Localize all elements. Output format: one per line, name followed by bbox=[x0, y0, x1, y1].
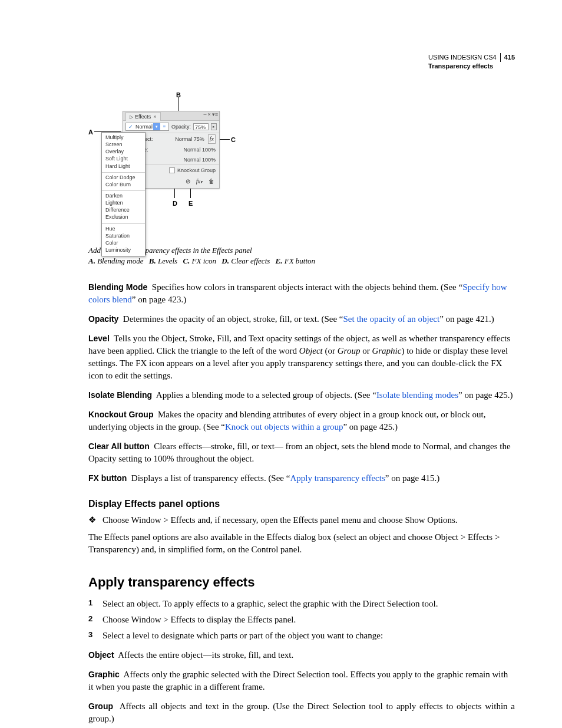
blend-mode-option[interactable]: Multiply bbox=[105, 134, 141, 141]
def-clear-all-button: Clear All button Clears effects—stroke, … bbox=[88, 440, 515, 465]
running-header: USING INDESIGN CS4415 Transparency effec… bbox=[428, 53, 515, 71]
fx-button-icon[interactable]: fx▾ bbox=[196, 177, 203, 186]
blend-mode-option[interactable]: Darken bbox=[105, 192, 141, 199]
body-text: Affects the entire object—its stroke, fi… bbox=[118, 650, 293, 660]
term: FX button bbox=[88, 473, 127, 483]
def-group-level: Group Affects all objects and text in th… bbox=[88, 700, 515, 725]
blend-mode-option[interactable]: Exclusion bbox=[105, 213, 141, 220]
effects-panel-figure: A B C D E ▷Effects× – × ▾≡ bbox=[88, 88, 515, 242]
body-text: Determines the opacity of an object, str… bbox=[123, 314, 343, 324]
close-panel-icon[interactable]: × bbox=[207, 112, 210, 117]
opacity-input[interactable]: 75% bbox=[193, 123, 209, 130]
blend-mode-option[interactable]: Saturation bbox=[105, 232, 141, 239]
step-text: Choose Window > Effects to display the E… bbox=[103, 614, 296, 626]
blend-mode-select[interactable]: ✓ Normal ▾ ≡ bbox=[125, 123, 169, 131]
panel-tab-bar: ▷Effects× – × ▾≡ bbox=[123, 111, 219, 121]
step-3: 3 Select a level to designate which part… bbox=[88, 630, 515, 642]
link-isolate-blending-modes[interactable]: Isolate blending modes bbox=[376, 390, 458, 400]
italic-text: Group bbox=[338, 346, 361, 355]
level-value: Normal 100% bbox=[183, 156, 216, 164]
caption-key-b: B. bbox=[149, 256, 156, 265]
body-text: Applies a blending mode to a selected gr… bbox=[156, 390, 376, 400]
flyout-menu-icon[interactable]: ▾≡ bbox=[212, 112, 218, 117]
tab-label: Effects bbox=[135, 114, 151, 120]
def-isolate-blending: Isolate Blending Applies a blending mode… bbox=[88, 389, 515, 401]
term: Group bbox=[88, 701, 113, 711]
clear-effects-icon[interactable]: ⊘ bbox=[186, 177, 190, 186]
body-text: Clears effects—stroke, fill, or text— fr… bbox=[88, 442, 511, 463]
term: Object bbox=[88, 650, 114, 660]
blend-mode-option[interactable]: Screen bbox=[105, 141, 141, 148]
step-text: Select a level to designate which parts … bbox=[103, 630, 383, 642]
leader-line bbox=[219, 139, 230, 140]
blend-mode-option[interactable]: Color bbox=[105, 239, 141, 246]
bullet-item: ❖ Choose Window > Effects and, if necess… bbox=[88, 514, 515, 526]
blend-mode-option[interactable]: Luminosity bbox=[105, 246, 141, 253]
term: Graphic bbox=[88, 670, 120, 679]
def-object-level: Object Affects the entire object—its str… bbox=[88, 649, 515, 661]
heading-display-effects-options: Display Effects panel options bbox=[88, 498, 515, 510]
effects-tab[interactable]: ▷Effects× bbox=[125, 112, 161, 121]
close-icon[interactable]: × bbox=[153, 114, 156, 120]
link-apply-transparency-effects[interactable]: Apply transparency effects bbox=[290, 473, 385, 483]
term: Knockout Group bbox=[88, 410, 153, 419]
bullet-icon: ❖ bbox=[88, 514, 97, 526]
blend-mode-option[interactable]: Lighten bbox=[105, 199, 141, 206]
term: Blending Mode bbox=[88, 282, 147, 292]
body-text: (or bbox=[323, 346, 338, 355]
level-value: Normal 75% bbox=[175, 136, 204, 143]
trash-icon[interactable]: 🗑 bbox=[209, 177, 214, 186]
blend-mode-option[interactable]: Color Burn bbox=[105, 181, 141, 188]
annotation-a: A bbox=[88, 128, 93, 137]
caption-key-d: D. bbox=[222, 256, 229, 265]
caption-key-e-text: FX button bbox=[285, 256, 315, 265]
annotation-d: D bbox=[173, 199, 177, 208]
blend-mode-option[interactable]: Color Dodge bbox=[105, 174, 141, 181]
blend-mode-option[interactable]: Difference bbox=[105, 206, 141, 213]
caption-key-a-text: Blending mode bbox=[97, 256, 143, 265]
caption-line1: Add and edit transparency effects in the… bbox=[88, 245, 515, 256]
def-knockout-group: Knockout Group Makes the opacity and ble… bbox=[88, 409, 515, 433]
opacity-label: Opacity: bbox=[171, 123, 191, 131]
chapter-title: Transparency effects bbox=[428, 62, 515, 71]
italic-text: Object bbox=[299, 346, 323, 355]
caption-key-b-text: Levels bbox=[158, 256, 177, 265]
blend-mode-value: Normal bbox=[135, 123, 153, 131]
figure-caption: Add and edit transparency effects in the… bbox=[88, 245, 515, 266]
def-blending-mode: Blending Mode Specifies how colors in tr… bbox=[88, 281, 515, 306]
dropdown-bars-icon: ≡ bbox=[161, 123, 167, 130]
body-text: ” on page 425.) bbox=[458, 390, 513, 400]
blend-mode-option[interactable]: Overlay bbox=[105, 148, 141, 155]
body-text: or bbox=[360, 346, 372, 355]
blend-mode-option[interactable]: Hue bbox=[105, 225, 141, 232]
blend-mode-dropdown-list[interactable]: Multiply Screen Overlay Soft Light Hard … bbox=[101, 132, 146, 256]
link-knock-out-objects[interactable]: Knock out objects within a group bbox=[225, 422, 343, 431]
body-text: ” on page 423.) bbox=[132, 295, 186, 304]
body-para: The Effects panel options are also avail… bbox=[88, 531, 515, 556]
caption-key-a: A. bbox=[88, 256, 95, 265]
blend-mode-option[interactable]: Soft Light bbox=[105, 155, 141, 162]
caption-key-d-text: Clear effects bbox=[231, 256, 270, 265]
def-level: Level Tells you the Object, Stroke, Fill… bbox=[88, 332, 515, 382]
fx-icon[interactable]: fx bbox=[208, 134, 216, 144]
link-set-opacity-of-object[interactable]: Set the opacity of an object bbox=[343, 314, 439, 324]
knockout-group-checkbox[interactable] bbox=[169, 167, 175, 173]
def-fx-button: FX button Displays a list of transparenc… bbox=[88, 472, 515, 485]
def-opacity: Opacity Determines the opacity of an obj… bbox=[88, 313, 515, 325]
caption-key-e: E. bbox=[276, 256, 283, 265]
bullet-text: Choose Window > Effects and, if necessar… bbox=[103, 514, 458, 526]
term: Isolate Blending bbox=[88, 390, 152, 400]
step-number: 2 bbox=[88, 614, 97, 626]
disclosure-triangle-icon: ▷ bbox=[130, 114, 133, 120]
body-text: ” on page 421.) bbox=[439, 314, 494, 324]
opacity-stepper-icon[interactable]: ▸ bbox=[211, 123, 217, 130]
minimize-icon[interactable]: – bbox=[203, 112, 206, 117]
step-text: Select an object. To apply effects to a … bbox=[103, 598, 438, 610]
body-text: Specifies how colors in transparent obje… bbox=[152, 282, 462, 292]
level-value: Normal 100% bbox=[183, 146, 216, 154]
step-number: 3 bbox=[88, 630, 97, 642]
book-title: USING INDESIGN CS4 bbox=[428, 53, 501, 62]
term: Clear All button bbox=[88, 442, 150, 451]
annotation-c: C bbox=[231, 136, 236, 144]
blend-mode-option[interactable]: Hard Light bbox=[105, 163, 141, 170]
